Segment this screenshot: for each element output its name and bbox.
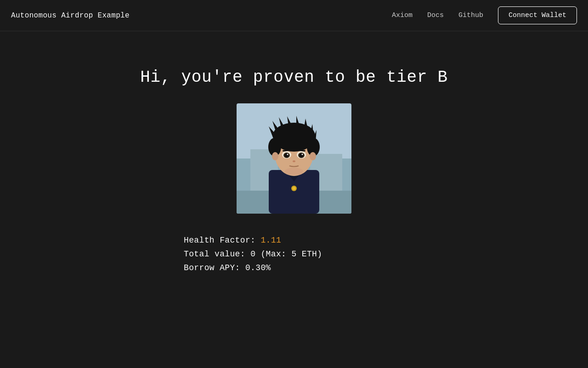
svg-point-24 [310,152,316,160]
health-factor-label: Health Factor: [184,236,255,245]
svg-point-32 [302,154,303,155]
borrow-apy-value: 0.30% [245,263,271,272]
stats-section: Health Factor: 1.11 Total value: 0 (Max:… [184,236,322,272]
app-logo: Autonomous Airdrop Example [11,11,130,20]
borrow-apy-row: Borrow APY: 0.30% [184,263,322,272]
svg-point-23 [272,152,278,160]
nav-docs[interactable]: Docs [427,11,444,19]
health-factor-value: 1.11 [260,236,281,245]
main-content: Hi, you're proven to be tier B [0,31,588,272]
total-value-row: Total value: 0 (Max: 5 ETH) [184,249,322,259]
connect-wallet-button[interactable]: Connect Wallet [498,6,577,24]
total-value-label: Total value: [184,249,245,259]
character-avatar [237,103,351,214]
svg-point-8 [293,187,296,190]
svg-point-28 [287,154,288,155]
nav-axiom[interactable]: Axiom [392,11,413,19]
svg-rect-5 [269,170,319,214]
main-nav: Axiom Docs Github Connect Wallet [392,6,577,24]
nav-github[interactable]: Github [458,11,483,19]
page-heading: Hi, you're proven to be tier B [140,68,448,87]
health-factor-row: Health Factor: 1.11 [184,236,322,245]
header: Autonomous Airdrop Example Axiom Docs Gi… [0,0,588,31]
svg-point-36 [285,168,303,175]
svg-point-27 [285,153,289,158]
total-value-value: 0 (Max: 5 ETH) [250,249,322,259]
svg-point-31 [300,153,304,158]
svg-point-35 [293,160,295,162]
character-svg [237,103,351,214]
borrow-apy-label: Borrow APY: [184,263,240,272]
